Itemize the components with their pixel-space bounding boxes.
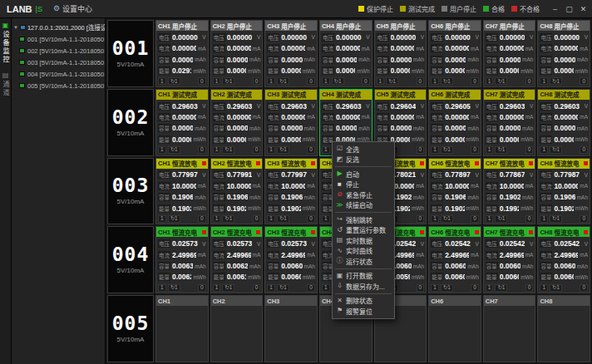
channel-card-002-CH2[interactable]: CH2测试完成电压0.29603V电流0.00000mA容量0.00000mAh… [210,89,264,156]
context-menu-item[interactable]: ☑全选 [333,144,394,155]
sidebar-tab-channel[interactable]: ▤ 通道 [1,72,10,97]
value-unit: mAh [195,57,205,62]
flag-counter: 0 [253,215,261,223]
channel-card-002-CH6[interactable]: CH6测试完成电压0.29605V电流0.00000mA容量0.00000mAh… [428,89,481,156]
menu-settings-center[interactable]: ⚙设置中心 [47,0,99,18]
channel-card-004-CH1[interactable]: CH1恒流充电电压0.02573V电流2.49969mA容量0.00634mAh… [155,226,209,293]
context-menu-item[interactable]: ✕删除状态 [333,296,394,307]
tree-item-device[interactable]: 001 [5V/10mA-1.1-20180501001] [12,33,105,45]
value-line: 能量0.00000mWh [211,65,263,76]
close-button[interactable]: ✕ [576,0,590,18]
flag-counter: 0 [417,146,425,154]
value-label: 能量 [213,135,225,144]
status-legend: 保护停止测试完成用户停止合格不合格 [358,4,540,13]
tree-item-device[interactable]: 002 [5V/10mA-1.1-20180501002] [12,45,105,57]
channel-card-005-CH8[interactable]: CH8 [537,295,590,362]
context-menu-item[interactable]: ▣打开数据 [333,271,394,282]
value-number: 0.00000 [281,66,300,75]
context-menu-item[interactable]: ⓘ运行状态 [333,256,394,267]
running-indicator-icon [475,230,479,234]
value-unit: mWh [412,136,424,142]
context-menu-item[interactable]: ⇩数据另存为... [333,281,394,292]
value-line: 电流0.00000mA [429,42,481,53]
channel-card-004-CH3[interactable]: CH3恒流充电电压0.02573V电流2.49969mA容量0.00609mAh… [264,226,318,293]
value-number: 0.00000 [336,44,360,52]
channel-card-005-CH2[interactable]: CH2 [210,295,264,362]
channel-card-001-CH8[interactable]: CH8用户停止电压0.00000V电流0.00000mA容量0.00000mAh… [537,20,590,87]
channel-card-002-CH7[interactable]: CH7测试完成电压0.29603V电流0.00000mA容量0.00000mAh… [483,89,536,156]
channel-card-003-CH3[interactable]: CH3恒流放电电压0.77997V电流10.0000mA容量0.19061mAh… [264,158,318,225]
value-unit: mWh [193,205,205,211]
channel-card-005-CH6[interactable]: CH6 [428,295,481,362]
value-unit: V [421,103,424,109]
channel-card-001-CH7[interactable]: CH7用户停止电压0.00000V电流0.00000mA容量0.00000mAh… [483,20,536,87]
value-unit: mAh [304,57,315,62]
channel-card-001-CH1[interactable]: CH1用户停止电压0.00000V电流0.00000mA容量0.00000mAh… [155,20,209,87]
minimize-button[interactable]: – [548,0,562,18]
channel-card-001-CH4[interactable]: CH4用户停止电压0.00000V电流0.00000mA容量0.00000mAh… [319,20,372,87]
value-label: 电压 [377,33,389,42]
channel-card-003-CH1[interactable]: CH1恒流放电电压0.77997V电流10.0000mA容量0.19061mAh… [155,158,209,225]
cycle-counter: ↻1 [550,215,562,223]
context-menu-label: 运行状态 [346,257,372,266]
channel-card-003-CH8[interactable]: CH8恒流放电电压0.77987V电流10.0000mA容量0.19061mAh… [537,158,590,225]
channel-card-005-CH3[interactable]: CH3 [264,295,318,362]
channel-card-003-CH7[interactable]: CH7恒流放电电压0.77867V电流10.0000mA容量0.19021mAh… [483,158,536,225]
channel-body: 电压0.00000V电流0.00000mA容量0.00000mAh能量0.000… [265,31,317,77]
step-number: 1 [322,77,330,85]
value-label: 能量 [540,204,552,213]
context-menu-item[interactable]: ↪强制跳转 [333,214,394,225]
channel-card-004-CH7[interactable]: CH7恒流充电电压0.02542V电流2.49969mA容量0.00608mAh… [483,226,536,293]
channel-card-001-CH6[interactable]: CH6用户停止电压0.00000V电流0.00000mA容量0.00000mAh… [428,20,481,87]
value-label: 电压 [213,239,225,248]
context-menu-item[interactable]: ≫续接启动 [333,200,394,211]
flag-counter: 0 [307,215,315,223]
channel-card-002-CH1[interactable]: CH1测试完成电压0.29603V电流0.00000mA容量0.00000mAh… [155,89,209,156]
sidebar-tab-device-monitor[interactable]: ▣ 设备监控 [1,22,10,64]
channel-card-002-CH8[interactable]: CH8测试完成电压0.29603V电流0.00000mA容量0.00000mAh… [537,89,590,156]
channel-status: 用户停止 [445,22,470,31]
maximize-button[interactable]: ▢ [562,0,576,18]
channel-header: CH1恒流放电 [156,159,208,169]
value-label: 电流 [486,182,498,190]
collapse-arrow-icon[interactable]: ▼ [13,25,18,30]
context-menu-item[interactable]: ⚑报警复位 [333,306,394,317]
channel-card-003-CH2[interactable]: CH2恒流放电电压0.77991V电流10.0000mA容量0.19061mAh… [210,158,264,225]
channel-card-003-CH6[interactable]: CH6恒流放电电压0.77897V电流10.0000mA容量0.19061mAh… [428,158,481,225]
step-number: 1 [540,215,548,223]
legend-label: 保护停止 [367,4,393,13]
channel-status: 测试完成 [554,90,579,99]
value-label: 容量 [540,193,552,201]
value-unit: mA [253,252,261,258]
cycle-count: 1 [284,147,287,153]
value-label: 容量 [540,124,552,132]
channel-card-004-CH6[interactable]: CH6恒流充电电压0.02542V电流2.49969mA容量0.00608mAh… [428,226,481,293]
context-menu-item[interactable]: ▶启动 [333,169,394,180]
channel-card-002-CH3[interactable]: CH3测试完成电压0.29603V电流0.00000mA容量0.00000mAh… [264,89,318,156]
channel-card-001-CH2[interactable]: CH2用户停止电压0.00000V电流0.00000mA容量0.00000mAh… [210,20,264,87]
value-number: 0.00000 [445,113,469,121]
tree-root-node[interactable]: ▼ 127.0.0.1:2001,2000 [连接设备5台] [12,21,105,33]
value-unit: mA [471,252,479,258]
tree-item-device[interactable]: 004 [5V/10mA-1.1-20180501004] [12,68,105,80]
value-label: 电流 [431,113,443,121]
channel-card-001-CH3[interactable]: CH3用户停止电压0.00000V电流0.00000mA容量0.00000mAh… [264,20,318,87]
context-menu-item[interactable]: ∿实时曲线 [333,246,394,257]
cycle-counter: ↻1 [168,284,180,292]
channel-card-004-CH2[interactable]: CH2恒流充电电压0.02573V电流2.49969mA容量0.00622mAh… [210,226,264,293]
context-menu-item[interactable]: ■停止 [333,180,394,190]
tree-item-device[interactable]: 005 [5V/10mA-1.1-20180501005] [12,80,105,91]
channel-footer: 1↻10 [538,77,590,86]
context-menu-item[interactable]: ◩反选 [333,155,394,165]
context-menu-item[interactable]: ▤实时数据 [333,235,394,246]
channel-header: CH8用户停止 [538,21,590,31]
channel-name: CH1 [158,160,170,167]
context-menu-item[interactable]: ↺重置运行参数 [333,225,394,236]
context-menu-item[interactable]: ⊘紧急停止 [333,189,394,200]
tree-item-device[interactable]: 003 [5V/10mA-1.1-20180501003] [12,57,105,68]
channel-card-004-CH8[interactable]: CH8恒流充电电压0.02542V电流2.49969mA容量0.00608mAh… [537,226,590,293]
channel-card-001-CH5[interactable]: CH5用户停止电压0.00000V电流0.00000mA容量0.00000mAh… [374,20,427,87]
value-number: 0.19021 [172,204,191,213]
channel-card-005-CH1[interactable]: CH1 [155,295,209,362]
channel-card-005-CH7[interactable]: CH7 [483,295,536,362]
